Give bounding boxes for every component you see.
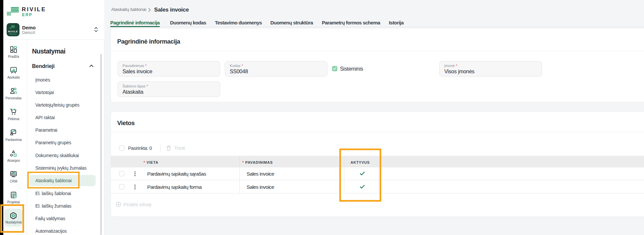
svg-text:ERP demo: ERP demo [9,33,17,35]
svg-text:RIVILE: RIVILE [8,30,18,33]
